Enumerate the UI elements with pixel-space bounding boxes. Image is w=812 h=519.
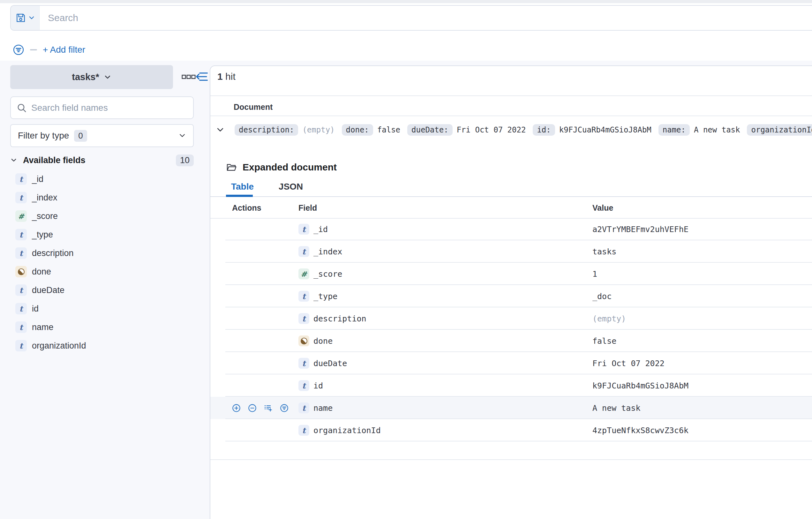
field-name-label: _score [32, 211, 58, 221]
divider [210, 116, 812, 116]
summary-pair: dueDate:Fri Oct 07 2022 [407, 124, 526, 136]
chevron-down-icon [104, 74, 111, 81]
string-field-type-icon: t [15, 173, 27, 185]
field-row-description[interactable]: tdescription(empty) [210, 307, 812, 330]
chevron-down-icon [178, 132, 186, 140]
filter-list-icon[interactable] [13, 44, 24, 56]
row-field-value: Fri Oct 07 2022 [592, 359, 812, 368]
toggle-column-in-table-icon[interactable] [264, 404, 272, 412]
summary-pair: id:k9FJCuaRb4mGSioJ8AbM [533, 124, 651, 136]
field-name-label: description [32, 248, 74, 258]
field-row-_id[interactable]: t_ida2VTrYMBEFmv2uhVEFhE [210, 218, 812, 240]
row-field-name: done [314, 337, 332, 346]
row-field-value: 4zpTueNfkxS8cwvZ3c6k [592, 426, 812, 435]
document-summary-row[interactable]: description:(empty)done:falsedueDate:Fri… [235, 123, 812, 137]
row-field-name: _score [314, 269, 342, 279]
field-name-label: _id [32, 174, 44, 184]
sidebar-field-_score[interactable]: #_score [0, 207, 204, 225]
row-field-cell: tdueDate [298, 358, 592, 369]
summary-field-value: k9FJCuaRb4mGSioJ8AbM [559, 125, 651, 134]
search-input[interactable] [39, 6, 812, 30]
string-field-type-icon: t [298, 380, 309, 391]
field-name-label: id [32, 304, 39, 314]
summary-field-value: A new task [694, 125, 740, 134]
summary-field-badge: name: [659, 124, 690, 136]
available-fields-count-badge: 10 [176, 154, 194, 166]
column-header-field: Field [298, 203, 592, 212]
row-field-cell: tdescription [298, 313, 592, 324]
summary-field-value: Fri Oct 07 2022 [457, 125, 526, 134]
filter-by-type-count-badge: 0 [74, 130, 87, 142]
field-row-_type[interactable]: t_type_doc [210, 285, 812, 307]
number-field-type-icon: # [15, 210, 27, 222]
column-header-value: Value [592, 203, 812, 212]
string-field-type-icon: t [298, 358, 309, 369]
divider [210, 95, 812, 96]
field-search-box[interactable] [10, 96, 194, 119]
field-search-input[interactable] [31, 103, 187, 113]
chevron-down-icon [28, 15, 35, 21]
index-pattern-switcher[interactable]: tasks* [10, 65, 173, 89]
hits-count: 1 hit [218, 71, 236, 82]
filter-out-value-icon[interactable] [248, 404, 257, 412]
sidebar-field-id[interactable]: tid [0, 299, 204, 318]
tab-json[interactable]: JSON [273, 182, 308, 198]
string-field-type-icon: t [298, 313, 309, 324]
content-region: tasks* Filter by type 0 Available fields… [0, 61, 812, 519]
chevron-down-icon [10, 157, 17, 164]
sidebar-field-name[interactable]: tname [0, 318, 204, 337]
filter-for-field-present-icon[interactable] [280, 404, 289, 412]
sidebar-field-done[interactable]: done [0, 262, 204, 281]
hits-label: hit [225, 71, 236, 82]
save-icon [15, 12, 26, 23]
field-name-label: _type [32, 230, 53, 240]
tab-border [210, 196, 812, 197]
sidebar-field-organizationId[interactable]: torganizationId [0, 337, 204, 355]
sidebar-field-_index[interactable]: t_index [0, 188, 204, 207]
query-bar[interactable] [10, 5, 812, 31]
saved-query-menu-button[interactable] [11, 6, 39, 30]
summary-field-badge: id: [533, 124, 555, 136]
discover-results-panel: 1 hit Document description:(empty)done:f… [210, 65, 812, 519]
summary-field-badge: description: [235, 124, 298, 136]
field-filter-options-icon[interactable] [182, 72, 196, 82]
row-field-name: organizationId [314, 426, 381, 435]
row-field-cell: #_score [298, 268, 592, 279]
field-row-name[interactable]: tnameA new task [210, 397, 812, 419]
active-tab-underline [226, 195, 253, 197]
sidebar-field-dueDate[interactable]: tdueDate [0, 281, 204, 299]
field-row-organizationId[interactable]: torganizationId4zpTueNfkxS8cwvZ3c6k [210, 419, 812, 441]
row-field-cell: done [298, 336, 592, 346]
sidebar-field-_id[interactable]: t_id [0, 170, 204, 188]
collapse-sidebar-icon[interactable] [195, 70, 208, 83]
field-row-_score[interactable]: #_score1 [210, 263, 812, 285]
available-fields-header[interactable]: Available fields 10 [10, 152, 194, 168]
filter-by-type-dropdown[interactable]: Filter by type 0 [10, 124, 194, 147]
field-row-dueDate[interactable]: tdueDateFri Oct 07 2022 [210, 352, 812, 374]
add-filter-button[interactable]: + Add filter [43, 45, 85, 55]
row-field-value: _doc [592, 292, 812, 301]
field-row-_index[interactable]: t_indextasks [210, 240, 812, 263]
filter-for-value-icon[interactable] [232, 404, 241, 412]
string-field-type-icon: t [298, 425, 309, 436]
field-row-done[interactable]: donefalse [210, 330, 812, 352]
string-field-type-icon: t [15, 229, 27, 240]
row-field-cell: t_index [298, 246, 592, 257]
summary-field-badge: done: [342, 124, 373, 136]
row-field-value: 1 [592, 269, 812, 279]
field-name-label: name [32, 322, 54, 332]
string-field-type-icon: t [298, 246, 309, 257]
boolean-circle-glyph [301, 338, 308, 344]
string-field-type-icon: t [298, 224, 309, 235]
string-field-type-icon: t [15, 192, 27, 203]
sidebar-field-_type[interactable]: t_type [0, 225, 204, 244]
string-field-type-icon: t [298, 403, 309, 413]
field-row-id[interactable]: tidk9FJCuaRb4mGSioJ8AbM [210, 374, 812, 397]
row-field-name: _index [314, 247, 342, 256]
row-field-value: A new task [592, 403, 812, 413]
sidebar-field-description[interactable]: tdescription [0, 244, 204, 262]
folder-open-icon [226, 162, 237, 173]
string-field-type-icon: t [15, 248, 27, 259]
collapse-document-chevron-icon[interactable] [216, 125, 225, 134]
available-fields-list: t_idt_index#_scoret_typetdescriptiondone… [0, 170, 204, 355]
